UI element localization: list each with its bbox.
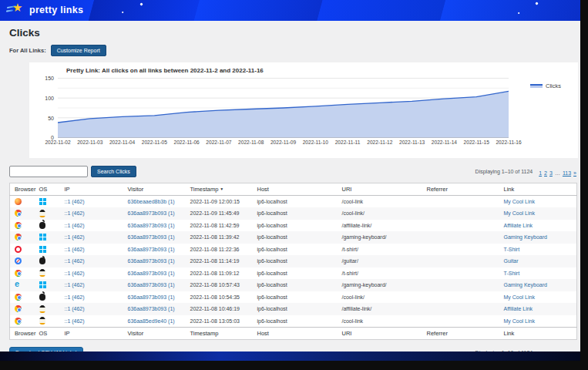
visitor-link[interactable]: 636aa8973b093 (1) [128, 258, 175, 264]
link-name-link[interactable]: Gaming Keyboard [504, 234, 547, 240]
pagination-links: 123…113» [536, 164, 576, 178]
sparkle-icon [535, 2, 538, 5]
ip-link[interactable]: ::1 (462) [65, 318, 85, 324]
visitor-link[interactable]: 636aa8973b093 (1) [128, 271, 175, 276]
column-header-link[interactable]: Link [501, 183, 577, 196]
referrer-cell [424, 220, 501, 232]
timestamp-cell: 2022-11-08 11:14:19 [187, 255, 254, 267]
referrer-cell [424, 231, 501, 244]
x-tick-label: 2022-11-15 [464, 140, 489, 145]
visitor-link[interactable]: 636aa8973b093 (1) [128, 282, 175, 288]
clicks-chart-svg [58, 78, 509, 138]
host-cell: ip6-localhost [254, 231, 339, 244]
link-name-link[interactable]: Affiliate Link [504, 306, 533, 311]
timestamp-cell: 2022-11-08 11:39:42 [187, 231, 254, 244]
column-header-referrer[interactable]: Referrer [424, 183, 501, 196]
column-footer-referrer[interactable]: Referrer [424, 327, 501, 339]
visitor-link[interactable]: 636aa8973b093 (1) [128, 294, 175, 300]
column-header-visitor[interactable]: Visitor [125, 183, 187, 196]
chrome-icon [15, 234, 22, 240]
visitor-link[interactable]: 636aa8973b093 (1) [128, 306, 175, 311]
page-link[interactable]: 3 [549, 170, 553, 176]
timestamp-cell: 2022-11-09 12:00:15 [187, 196, 254, 208]
column-header-browser[interactable]: Browser [10, 183, 36, 196]
chart-plot-area: 050100150 [58, 78, 509, 138]
link-name-link[interactable]: T-Shirt [504, 247, 520, 252]
column-header-timestamp[interactable]: Timestamp▼ [187, 183, 254, 196]
customize-report-button[interactable]: Customize Report [51, 45, 106, 56]
uri-cell: /t-shirt/ [339, 244, 424, 256]
column-footer-link[interactable]: Link [501, 327, 577, 339]
edge-icon [15, 281, 22, 288]
link-name-link[interactable]: Gaming Keyboard [504, 282, 547, 288]
column-header-host[interactable]: Host [254, 183, 339, 196]
search-clicks-button[interactable]: Search Clicks [91, 166, 136, 177]
ip-link[interactable]: ::1 (462) [65, 271, 85, 276]
column-header-os[interactable]: OS [36, 183, 62, 196]
clicks-series-swatch [530, 84, 543, 88]
page-link[interactable]: 1 [539, 170, 542, 176]
x-tick-label: 2022-11-10 [303, 140, 328, 145]
table-row: ::1 (462)636aa8973b093 (1)2022-11-08 11:… [10, 267, 577, 280]
page-link[interactable]: 2 [544, 170, 547, 176]
column-footer-timestamp[interactable]: Timestamp [187, 327, 254, 339]
ip-link[interactable]: ::1 (462) [65, 199, 85, 204]
x-tick-label: 2022-11-12 [367, 140, 392, 145]
ip-link[interactable]: ::1 (462) [65, 306, 85, 311]
link-name-link[interactable]: My Cool Link [504, 294, 535, 300]
column-footer-os[interactable]: OS [36, 327, 62, 339]
chart-legend: Clicks [530, 82, 561, 89]
link-name-link[interactable]: Affiliate Link [504, 223, 533, 228]
referrer-cell [424, 315, 501, 328]
timestamp-cell: 2022-11-08 10:57:43 [187, 279, 254, 291]
page-ellipsis: … [555, 170, 560, 176]
page-link[interactable]: » [573, 170, 576, 176]
chrome-icon [15, 270, 22, 277]
ip-link[interactable]: ::1 (462) [65, 234, 85, 240]
visitor-link[interactable]: 636aa8973b093 (1) [128, 234, 175, 240]
referrer-cell [424, 207, 501, 220]
visitor-link[interactable]: 636aa8973b093 (1) [128, 210, 175, 216]
ip-link[interactable]: ::1 (462) [65, 210, 85, 216]
column-footer-uri[interactable]: URI [339, 327, 424, 339]
visitor-link[interactable]: 636beaaed8b3b (1) [128, 199, 175, 204]
column-header-ip[interactable]: IP [62, 183, 125, 196]
x-tick-label: 2022-11-02 [45, 140, 70, 145]
displaying-summary: Displaying 1–10 of 1124 [475, 169, 533, 174]
link-name-link[interactable]: T-Shirt [504, 271, 520, 276]
visitor-link[interactable]: 636aa85ed9e40 (1) [128, 318, 175, 324]
link-name-link[interactable]: Guitar [504, 258, 519, 264]
windows-icon [39, 281, 46, 288]
visitor-link[interactable]: 636aa8973b093 (1) [128, 223, 175, 228]
column-footer-host[interactable]: Host [254, 327, 339, 339]
column-footer-visitor[interactable]: Visitor [125, 327, 187, 339]
column-footer-ip[interactable]: IP [62, 327, 125, 339]
uri-cell: /gaming-keyboard/ [339, 279, 424, 291]
ip-link[interactable]: ::1 (462) [65, 258, 85, 264]
uri-cell: /t-shirt/ [339, 267, 424, 280]
host-cell: ip6-localhost [254, 255, 339, 267]
link-name-link[interactable]: My Cool Link [504, 199, 535, 204]
timestamp-cell: 2022-11-08 11:09:12 [187, 267, 254, 280]
search-input[interactable] [9, 166, 88, 177]
clicks-table-foot: BrowserOSIPVisitorTimestampHostURIReferr… [10, 327, 577, 339]
link-name-link[interactable]: My Cool Link [504, 210, 535, 216]
chrome-icon [15, 222, 22, 229]
ip-link[interactable]: ::1 (462) [65, 247, 85, 252]
referrer-cell [424, 303, 501, 315]
page-link[interactable]: 113 [563, 170, 571, 176]
ip-link[interactable]: ::1 (462) [65, 223, 85, 228]
x-tick-label: 2022-11-09 [270, 140, 296, 145]
ip-link[interactable]: ::1 (462) [65, 282, 85, 288]
column-header-uri[interactable]: URI [339, 183, 424, 196]
visitor-link[interactable]: 636aa8973b093 (1) [128, 247, 175, 252]
linux-icon [39, 210, 45, 217]
ip-link[interactable]: ::1 (462) [65, 294, 85, 300]
x-tick-label: 2022-11-11 [335, 140, 361, 145]
clicks-table: BrowserOSIPVisitorTimestamp▼HostURIRefer… [9, 183, 577, 340]
logo-text: pretty links [29, 5, 83, 15]
page-title: Clicks [9, 27, 576, 39]
uri-cell: /affiliate-link/ [339, 303, 424, 315]
link-name-link[interactable]: My Cool Link [504, 318, 535, 324]
column-footer-browser[interactable]: Browser [10, 327, 36, 339]
